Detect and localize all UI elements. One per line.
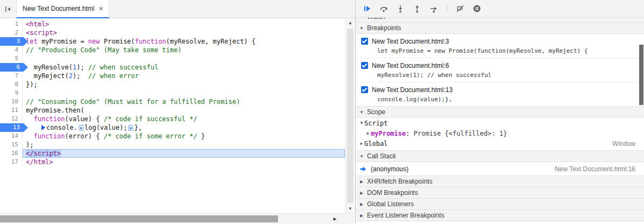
code-line: 13 console.log(value);}, — [0, 123, 345, 132]
line-number[interactable]: 11 — [0, 106, 23, 115]
code-line: 11myPromise.then( — [0, 106, 345, 115]
navigator-toggle-button[interactable] — [0, 0, 16, 18]
code-text[interactable]: <script> — [23, 29, 345, 37]
expand-icon: ▶ — [359, 213, 364, 218]
section-call-stack[interactable]: ▼ Call Stack — [356, 150, 644, 162]
section-xhr-breakpoints[interactable]: ▶ XHR/fetch Breakpoints — [356, 176, 644, 187]
collapse-icon: ▼ — [359, 154, 364, 159]
code-text[interactable]: <html> — [23, 20, 345, 29]
line-number[interactable]: 9 — [0, 89, 23, 97]
toolbar-separator — [447, 4, 447, 13]
section-global-listeners[interactable]: ▶ Global Listeners — [356, 198, 644, 210]
line-number[interactable]: 12 — [0, 115, 23, 123]
section-breakpoints[interactable]: ▼ Breakpoints — [356, 22, 644, 34]
scroll-up-icon[interactable]: ▲ — [345, 18, 355, 27]
scope-script-row[interactable]: ▼ Script — [356, 118, 644, 128]
code-text[interactable] — [23, 89, 345, 97]
breakpoint-marker[interactable]: 3 — [0, 37, 28, 46]
code-line: 6 myResolve(1); // when successful — [0, 63, 345, 72]
breakpoint-location: New Text Document.html:6 — [372, 62, 449, 69]
code-text[interactable] — [23, 54, 345, 63]
code-text[interactable]: }); — [23, 80, 345, 89]
step-button[interactable] — [427, 2, 441, 15]
section-event-listener-breakpoints[interactable]: ▶ Event Listener Breakpoints — [356, 209, 644, 221]
breakpoint-entry[interactable]: New Text Document.html:3 let myPromise =… — [356, 34, 644, 58]
code-line: 8}); — [0, 80, 345, 89]
scope-global-label: Global — [364, 140, 387, 148]
line-number[interactable]: 14 — [0, 132, 23, 141]
breakpoint-marker[interactable]: 6 — [0, 63, 28, 72]
breakpoint-checkbox[interactable] — [361, 86, 368, 93]
editor-vertical-scrollbar[interactable]: ▲ ▼ — [345, 18, 355, 213]
debugger-toolbar — [356, 0, 644, 18]
line-number[interactable]: 2 — [0, 29, 23, 37]
code-text[interactable]: myReject(2); // when error — [23, 72, 345, 80]
editor-horizontal-scrollbar[interactable]: ▶ — [0, 213, 355, 224]
code-text[interactable]: myResolve(1); // when successful — [23, 63, 345, 72]
code-text[interactable]: function(error) { /* code if some error … — [23, 132, 345, 141]
code-text[interactable]: myPromise.then( — [23, 106, 345, 115]
step-into-button[interactable] — [393, 2, 407, 15]
scroll-thumb[interactable] — [347, 29, 354, 203]
code-line: 9 — [0, 89, 345, 97]
scroll-right-icon[interactable]: ▶ — [329, 214, 341, 224]
line-number[interactable]: 15 — [0, 141, 23, 149]
line-number[interactable]: 16 — [0, 149, 23, 158]
section-label: Global Listeners — [367, 200, 414, 208]
code-text[interactable]: ); — [23, 141, 345, 149]
line-number[interactable]: 10 — [0, 97, 23, 106]
line-number[interactable]: 5 — [0, 54, 23, 63]
variable-separator: : — [406, 130, 413, 137]
code-line: 10// "Consuming Code" (Must wait for a f… — [0, 97, 345, 106]
line-number[interactable]: 8 — [0, 80, 23, 89]
breakpoint-checkbox[interactable] — [361, 38, 368, 45]
line-number[interactable]: 4 — [0, 46, 23, 54]
scroll-down-icon[interactable]: ▼ — [345, 204, 355, 213]
step-over-button[interactable] — [377, 2, 391, 15]
tab-new-text-document[interactable]: New Text Document.html × — [16, 0, 109, 18]
tab-close-icon[interactable]: × — [99, 5, 103, 12]
breakpoint-entry[interactable]: New Text Document.html:13 console.log(va… — [356, 82, 644, 107]
pause-on-exceptions-button[interactable] — [470, 2, 484, 15]
step-into-icon — [396, 4, 405, 13]
scroll-thumb[interactable] — [639, 45, 643, 105]
scope-variable-row[interactable]: ▶ myPromise : Promise {<fulfilled>: 1} — [356, 128, 644, 138]
scope-global-row[interactable]: ▶ Global Window — [356, 138, 644, 149]
step-out-button[interactable] — [410, 2, 424, 15]
step-icon — [430, 4, 438, 13]
section-dom-breakpoints[interactable]: ▶ DOM Breakpoints — [356, 187, 644, 199]
breakpoint-marker[interactable]: 13 — [0, 123, 28, 132]
collapse-icon: ▼ — [359, 18, 364, 19]
deactivate-breakpoints-button[interactable] — [453, 2, 467, 15]
deactivate-breakpoints-icon — [456, 4, 465, 13]
code-text[interactable]: </html> — [23, 158, 345, 166]
scope-script-label: Script — [364, 120, 387, 127]
section-label: Watch — [367, 18, 385, 20]
line-number[interactable]: 17 — [0, 158, 23, 166]
section-label: Breakpoints — [367, 24, 401, 32]
line-number[interactable]: 7 — [0, 72, 23, 80]
scope-tree: ▼ Script ▶ myPromise : Promise {<fulfill… — [356, 118, 644, 151]
expand-icon[interactable]: ▶ — [359, 141, 364, 146]
sidebar-scrollbar[interactable] — [639, 18, 644, 224]
resume-button[interactable] — [360, 2, 374, 15]
scroll-thumb[interactable] — [0, 215, 278, 222]
code-line: 7 myReject(2); // when error — [0, 72, 345, 80]
breakpoint-checkbox[interactable] — [361, 62, 368, 69]
code-text[interactable]: // "Producing Code" (May take some time) — [23, 46, 345, 54]
editor-tabbar: New Text Document.html × — [0, 0, 355, 18]
scroll-track[interactable] — [345, 27, 355, 204]
code-text[interactable]: console.log(value);}, — [23, 123, 345, 132]
expand-icon[interactable]: ▶ — [365, 131, 371, 136]
call-stack-frame[interactable]: (anonymous) New Text Document.html:16 — [356, 162, 644, 176]
debugger-sidebar-sections: ▼ Watch ▼ Breakpoints New Text Document.… — [356, 18, 644, 224]
section-scope[interactable]: ▼ Scope — [356, 106, 644, 118]
code-editor[interactable]: 1<html>2<script>3let myPromise = new Pro… — [0, 18, 345, 213]
code-text[interactable]: function(value) { /* code if successful … — [23, 115, 345, 123]
code-text[interactable]: // "Consuming Code" (Must wait for a ful… — [23, 97, 345, 106]
breakpoint-entry[interactable]: New Text Document.html:6 myResolve(1); /… — [356, 58, 644, 82]
code-text[interactable]: </script> — [23, 149, 345, 158]
code-text[interactable]: let myPromise = new Promise(function(myR… — [23, 37, 345, 46]
line-number[interactable]: 1 — [0, 20, 23, 29]
code-line: 17</html> — [0, 158, 345, 166]
